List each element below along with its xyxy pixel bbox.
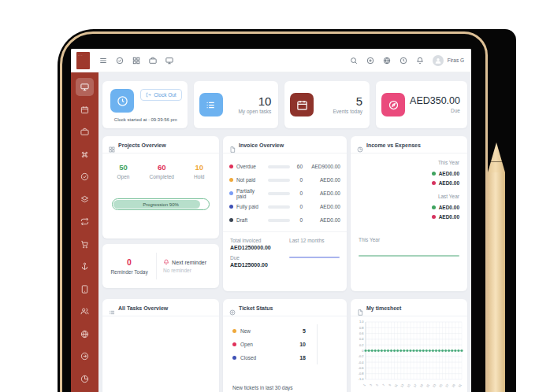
next-reminder-label: Next reminder (172, 260, 206, 265)
ticket-row-closed: Closed 18 (232, 351, 317, 364)
progression-label: Progression 90% (113, 199, 209, 209)
projects-stat-hold: 10 Hold (194, 163, 204, 179)
ticket-row-new: New 5 (232, 324, 317, 338)
sidebar-item-command[interactable] (76, 146, 94, 164)
last-12-months-label: Last 12 months (289, 238, 340, 243)
invoice-row-overdue: Overdue 60 AED9000.00 (229, 160, 340, 173)
events-card: 5 Events today (284, 81, 370, 128)
search-icon[interactable] (350, 57, 358, 65)
timesheet-file-icon (357, 305, 363, 311)
projects-grid-icon (109, 142, 115, 148)
all-tasks-panel: All Tasks Overview (102, 299, 219, 392)
sidebar-item-cart[interactable] (76, 235, 94, 253)
last-year-expense: AED0.00 (359, 212, 459, 221)
income-expenses-title: Income vs Expenses (366, 142, 421, 148)
invoice-overview-title: Invoice Overview (239, 142, 284, 148)
last-year-label: Last Year (359, 194, 459, 199)
svg-text:0.2: 0.2 (359, 343, 364, 347)
panels-row-1: Projects Overview 50 Open 60 (102, 136, 467, 291)
events-label: Events today (318, 109, 362, 114)
sidebar-item-pie-chart[interactable] (76, 370, 94, 388)
svg-text:3: 3 (369, 383, 372, 386)
tasks-list-icon (199, 93, 223, 116)
user-avatar[interactable] (433, 55, 444, 66)
svg-text:29: 29 (452, 383, 456, 388)
grid-icon[interactable] (132, 57, 140, 65)
invoice-due-value: AED125000.00 (230, 262, 289, 268)
open-tasks-card: 10 My open tasks (194, 81, 279, 128)
open-tasks-label: My open tasks (228, 109, 272, 114)
svg-text:1.0: 1.0 (359, 320, 364, 324)
tasks-list-header-icon (109, 305, 115, 311)
this-year-income: AED0.00 (359, 168, 459, 178)
events-value: 5 (318, 95, 362, 109)
due-label: Due (410, 108, 460, 113)
user-name[interactable]: Firas G (448, 57, 464, 63)
clock-icon[interactable] (399, 57, 407, 65)
briefcase-icon[interactable] (149, 57, 157, 65)
progression-bar: Progression 90% (112, 198, 210, 210)
panels-row-2: All Tasks Overview Ticket Status (102, 299, 467, 392)
sidebar (71, 72, 98, 392)
this-year-label: This Year (359, 160, 459, 165)
sidebar-item-briefcase[interactable] (76, 123, 94, 141)
monitor-icon[interactable] (165, 57, 173, 65)
menu-icon[interactable] (99, 57, 107, 65)
ticket-status-footer: New tickets in last 30 days (232, 385, 347, 390)
sidebar-item-check-circle[interactable] (76, 168, 94, 186)
stylus-pencil (488, 142, 505, 392)
svg-text:-0.2: -0.2 (359, 354, 365, 358)
sidebar-item-repeat[interactable] (76, 213, 94, 231)
svg-text:11: 11 (394, 383, 399, 388)
sidebar-item-calendar[interactable] (76, 101, 94, 119)
logout-icon (146, 92, 151, 98)
due-card: AED350.00 Due (376, 81, 467, 128)
invoice-due-label: Due (230, 255, 289, 261)
total-invoiced-value: AED1250000.00 (230, 245, 289, 250)
app-logo[interactable]: ... (76, 52, 90, 69)
total-invoiced-label: Total invoiced (230, 238, 289, 243)
svg-text:23: 23 (433, 383, 437, 388)
stat-cards-row: Clock Out Clock started at : 09:39:56 pm… (102, 81, 467, 128)
svg-text:13: 13 (400, 383, 405, 388)
plus-circle-icon[interactable] (366, 57, 374, 65)
invoice-overview-panel: Invoice Overview Overdue 60 AED9000.00 (223, 136, 347, 291)
check-circle-icon[interactable] (116, 57, 124, 65)
svg-text:17: 17 (413, 383, 418, 388)
stylus-body (488, 172, 505, 392)
svg-text:0.6: 0.6 (359, 331, 364, 335)
invoice-row-fully-paid: Fully paid 0 AED0.00 (229, 200, 340, 213)
dashboard-screen: ... Firas G (71, 49, 471, 392)
sidebar-item-users[interactable] (76, 302, 94, 320)
tablet-frame: ... Firas G (58, 29, 516, 392)
last-year-income: AED0.00 (359, 202, 459, 212)
svg-text:25: 25 (439, 383, 444, 388)
reminder-count: 0 (102, 257, 156, 267)
next-reminder-value: No reminder (163, 268, 219, 273)
clock-status-text: Clock started at : 09:39:56 pm (107, 117, 184, 122)
sidebar-item-anchor[interactable] (76, 257, 94, 276)
sidebar-item-globe[interactable] (76, 325, 94, 343)
globe-icon[interactable] (383, 57, 391, 65)
svg-text:7: 7 (382, 383, 385, 386)
sidebar-item-tablet[interactable] (76, 280, 94, 298)
reminder-card: 0 Reminder Today Next reminder No (102, 244, 219, 288)
bell-icon[interactable] (416, 57, 424, 65)
invoice-row-draft: Draft 0 AED0.00 (229, 213, 340, 227)
projects-overview-title: Projects Overview (118, 142, 166, 148)
clock-card-icon (110, 89, 134, 113)
income-this-year-chart (359, 255, 459, 257)
sidebar-item-dashboard[interactable] (76, 78, 94, 96)
income-pie-icon (357, 142, 363, 148)
top-navbar: ... Firas G (71, 49, 471, 72)
main-content: Clock Out Clock started at : 09:39:56 pm… (98, 72, 471, 392)
projects-overview-panel: Projects Overview 50 Open 60 (102, 136, 219, 239)
clock-out-button[interactable]: Clock Out (140, 89, 182, 101)
svg-text:1: 1 (362, 383, 366, 386)
svg-text:31: 31 (458, 383, 463, 388)
income-chart-label: This Year (359, 237, 459, 242)
sidebar-item-layers[interactable] (76, 190, 94, 209)
this-year-expense: AED0.00 (359, 178, 459, 187)
reminder-bell-icon (163, 259, 169, 265)
sidebar-item-arrow-circle[interactable] (76, 347, 94, 365)
